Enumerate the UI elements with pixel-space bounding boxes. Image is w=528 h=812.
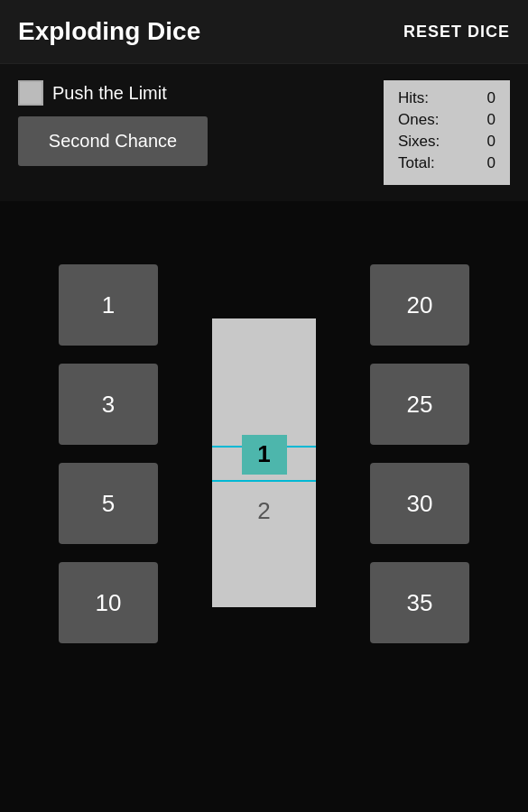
total-label: Total: (398, 154, 435, 172)
push-limit-label: Push the Limit (52, 83, 167, 104)
spinner-line-bottom (212, 480, 316, 482)
total-value: 0 (487, 154, 496, 172)
hits-row: Hits: 0 (398, 89, 496, 107)
sixes-row: Sixes: 0 (398, 133, 496, 151)
sixes-value: 0 (487, 133, 496, 151)
dice-btn-35[interactable]: 35 (370, 562, 469, 643)
dice-area: 1 3 5 10 1 2 20 25 30 35 (0, 201, 528, 724)
push-limit-checkbox[interactable] (18, 80, 43, 106)
dice-btn-3[interactable]: 3 (59, 364, 158, 445)
dice-btn-20[interactable]: 20 (370, 264, 469, 346)
left-controls: Push the Limit Second Chance (18, 80, 208, 166)
stats-panel: Hits: 0 Ones: 0 Sixes: 0 Total: 0 (384, 80, 510, 185)
spinner-below-value: 2 (257, 497, 270, 525)
push-limit-row: Push the Limit (18, 80, 208, 106)
right-dice-column: 20 25 30 35 (370, 264, 469, 661)
left-dice-column: 1 3 5 10 (59, 264, 158, 661)
dice-btn-30[interactable]: 30 (370, 463, 469, 544)
header: Exploding Dice RESET DICE (0, 0, 528, 63)
dice-btn-1[interactable]: 1 (59, 264, 158, 346)
dice-btn-5[interactable]: 5 (59, 463, 158, 544)
dice-btn-25[interactable]: 25 (370, 364, 469, 445)
controls-section: Push the Limit Second Chance Hits: 0 One… (0, 63, 528, 201)
dice-btn-10[interactable]: 10 (59, 562, 158, 643)
app-title: Exploding Dice (18, 17, 200, 46)
ones-value: 0 (487, 111, 496, 129)
dice-spinner[interactable]: 1 2 (212, 318, 316, 607)
ones-row: Ones: 0 (398, 111, 496, 129)
reset-dice-button[interactable]: RESET DICE (403, 23, 510, 42)
hits-label: Hits: (398, 89, 429, 107)
ones-label: Ones: (398, 111, 439, 129)
hits-value: 0 (487, 89, 496, 107)
sixes-label: Sixes: (398, 133, 440, 151)
second-chance-button[interactable]: Second Chance (18, 116, 208, 166)
spinner-selected-value: 1 (242, 435, 287, 475)
total-row: Total: 0 (398, 154, 496, 172)
